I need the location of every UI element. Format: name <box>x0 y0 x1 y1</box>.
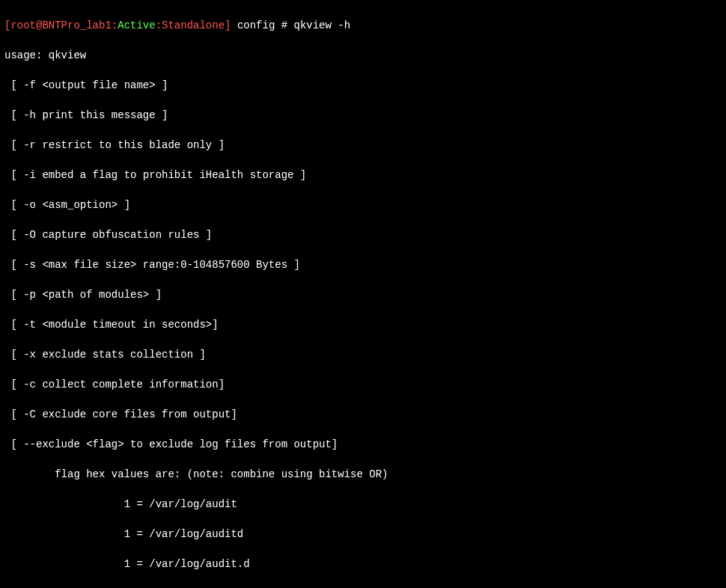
output-line: [ --exclude <flag> to exclude log files … <box>4 437 722 452</box>
output-line: [ -t <module timeout in seconds>] <box>4 317 722 332</box>
output-line: [ -h print this message ] <box>4 108 722 123</box>
output-line: [ -s <max file size> range:0-104857600 B… <box>4 257 722 272</box>
output-line: [ -o <asm_option> ] <box>4 197 722 212</box>
output-line: usage: qkview <box>4 48 722 63</box>
output-line: [ -C exclude core files from output] <box>4 407 722 422</box>
output-line: 1 = /var/log/auditd <box>4 527 722 542</box>
output-line: flag hex values are: (note: combine usin… <box>4 467 722 482</box>
output-line: [ -O capture obfuscation rules ] <box>4 227 722 242</box>
prompt-active: Active <box>118 19 155 31</box>
output-line: [ -i embed a flag to prohibit iHealth st… <box>4 168 722 183</box>
prompt-command: config # qkview -h <box>231 19 350 31</box>
prompt-line: [root@BNTPro_lab1:Active:Standalone] con… <box>4 18 722 33</box>
prompt-standalone: :Standalone] <box>156 19 231 31</box>
output-line: [ -p <path of modules> ] <box>4 287 722 302</box>
terminal-viewport[interactable]: [root@BNTPro_lab1:Active:Standalone] con… <box>0 0 726 588</box>
output-line: [ -r restrict to this blade only ] <box>4 138 722 153</box>
output-line: [ -x exclude stats collection ] <box>4 347 722 362</box>
output-line: 1 = /var/log/audit <box>4 497 722 512</box>
prompt-userhost: [root@BNTPro_lab1: <box>4 19 118 31</box>
output-line: [ -c collect complete information] <box>4 377 722 392</box>
output-line: 1 = /var/log/audit.d <box>4 557 722 572</box>
output-line: [ -f <output file name> ] <box>4 78 722 93</box>
